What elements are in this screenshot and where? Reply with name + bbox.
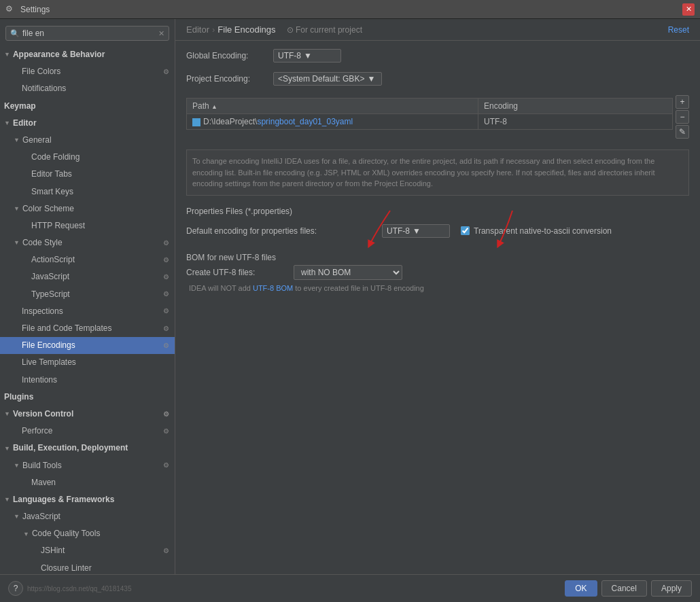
sidebar-item-file-encodings[interactable]: File Encodings⚙ [0,337,175,354]
sidebar-item-version-control[interactable]: Version Control⚙ [0,406,175,423]
properties-section-label: Properties Files (*.properties) [186,207,689,216]
search-input[interactable] [22,29,158,38]
ok-button[interactable]: OK [565,580,597,597]
expand-icon [14,204,20,213]
sidebar-item-build-exec-deploy[interactable]: Build, Execution, Deployment [0,440,175,457]
for-project-label: ⊙ For current project [287,25,362,35]
utf8-bom-select[interactable]: with NO BOM [294,265,402,280]
sidebar-item-label: File Colors [22,65,60,78]
properties-encoding-select[interactable]: UTF-8 ▼ [382,224,450,238]
expand-icon [14,512,20,521]
sidebar-item-label: Plugins [4,391,33,404]
sidebar-item-label: JSHint [41,544,65,557]
file-table-wrapper: Path Encoding D:\IdeaProject\springboot_… [186,95,689,139]
sidebar-item-perforce[interactable]: Perforce⚙ [0,423,175,440]
sidebar-item-label: HTTP Request [31,219,85,232]
properties-encoding-row: Default encoding for properties files: U… [186,224,689,238]
apply-button[interactable]: Apply [651,580,692,597]
sidebar-item-smart-keys[interactable]: Smart Keys [0,183,175,200]
clear-icon[interactable]: ✕ [158,29,164,38]
settings-dialog: 🔍 ✕ Appearance & BehaviorFile Colors⚙Not… [0,19,700,602]
cancel-button[interactable]: Cancel [601,580,647,597]
sidebar-item-label: Intentions [22,374,57,387]
search-box[interactable]: 🔍 ✕ [5,26,169,41]
sidebar-item-label: Editor [13,117,37,130]
sidebar-item-code-folding[interactable]: Code Folding [0,149,175,166]
sidebar-item-file-code-templates[interactable]: File and Code Templates⚙ [0,320,175,337]
sidebar-item-label: General [22,134,52,147]
edit-row-button[interactable]: ✎ [676,125,689,139]
bom-section-label: BOM for new UTF-8 files [186,253,689,262]
sidebar-badge: ⚙ [163,306,169,317]
sidebar-item-code-style[interactable]: Code Style⚙ [0,234,175,251]
expand-icon [14,461,20,470]
sidebar-item-file-colors[interactable]: File Colors⚙ [0,63,175,80]
sidebar-item-label: JavaScript [22,510,60,523]
sidebar-item-color-scheme[interactable]: Color Scheme [0,200,175,217]
sidebar-item-label: Build Tools [22,459,62,472]
close-button[interactable]: ✕ [682,3,695,16]
sidebar-item-typescript[interactable]: TypeScript⚙ [0,286,175,303]
sidebar-item-javascript[interactable]: JavaScript⚙ [0,268,175,285]
sidebar-item-label: Appearance & Behavior [13,48,105,61]
sidebar-item-maven[interactable]: Maven [0,474,175,491]
sidebar-badge: ⚙ [163,340,169,351]
search-icon: 🔍 [10,29,20,38]
global-encoding-select[interactable]: UTF-8 ▼ [273,49,341,63]
expand-icon [4,495,10,504]
sidebar-item-keymap[interactable]: Keymap [0,98,175,115]
sidebar-item-general[interactable]: General [0,132,175,149]
help-button[interactable]: ? [8,581,23,596]
sidebar-badge: ⚙ [163,546,169,556]
sidebar-badge: ⚙ [163,426,169,437]
project-encoding-select[interactable]: <System Default: GBK> ▼ [273,72,382,86]
sidebar-item-intentions[interactable]: Intentions [0,372,175,389]
sidebar-item-editor-tabs[interactable]: Editor Tabs [0,166,175,183]
sidebar-item-notifications[interactable]: Notifications [0,80,175,97]
remove-row-button[interactable]: − [676,110,689,124]
sidebar-item-inspections[interactable]: Inspections⚙ [0,303,175,320]
sidebar-item-code-quality-tools[interactable]: Code Quality Tools [0,525,175,542]
sidebar-item-javascript2[interactable]: JavaScript [0,508,175,525]
sidebar-item-actionscript[interactable]: ActionScript⚙ [0,251,175,268]
sidebar-item-plugins[interactable]: Plugins [0,389,175,406]
table-row[interactable]: D:\IdeaProject\springboot_day01_03yamlUT… [187,114,673,130]
sidebar-item-appearance[interactable]: Appearance & Behavior [0,46,175,63]
file-icon [192,118,200,126]
breadcrumb-current: File Encodings [217,24,275,35]
transparent-conversion-checkbox[interactable] [461,226,470,235]
content-header: Editor › File Encodings ⊙ For current pr… [175,19,700,41]
sidebar-badge: ⚙ [163,272,169,283]
file-table-body: D:\IdeaProject\springboot_day01_03yamlUT… [187,114,673,130]
default-encoding-label: Default encoding for properties files: [186,226,377,236]
project-encoding-label: Project Encoding: [186,74,268,84]
sidebar-item-http-request[interactable]: HTTP Request [0,217,175,234]
footer-link: https://blog.csdn.net/qq_40181435 [27,585,131,592]
utf8-bom-link[interactable]: UTF-8 BOM [253,284,293,292]
sidebar-item-languages-frameworks[interactable]: Languages & Frameworks [0,491,175,508]
sidebar-item-live-templates[interactable]: Live Templates [0,354,175,371]
bom-section: BOM for new UTF-8 files Create UTF-8 fil… [186,247,689,292]
sidebar-item-label: Maven [31,476,56,489]
table-actions: + − ✎ [676,95,689,139]
sidebar-item-label: File Encodings [22,339,75,352]
transparent-conversion-row: Transparent native-to-ascii conversion [461,226,612,236]
app-icon: ⚙ [5,4,16,15]
info-text: To change encoding IntelliJ IDEA uses fo… [186,149,689,196]
sidebar-item-closure-linter[interactable]: Closure Linter [0,560,175,574]
add-row-button[interactable]: + [676,95,689,109]
sidebar-item-editor[interactable]: Editor [0,115,175,132]
sidebar-badge: ⚙ [163,409,169,420]
content-body: Global Encoding: UTF-8 ▼ Project Encodin… [175,41,700,574]
expand-icon [23,529,29,539]
sidebar-item-build-tools[interactable]: Build Tools⚙ [0,457,175,474]
sidebar-item-label: Color Scheme [22,202,74,215]
sidebar-item-jshint[interactable]: JSHint⚙ [0,542,175,559]
encoding-column-header[interactable]: Encoding [478,99,673,114]
global-encoding-label: Global Encoding: [186,51,268,60]
sidebar-badge: ⚙ [163,67,169,77]
reset-button[interactable]: Reset [668,25,689,35]
sidebar-badge: ⚙ [163,460,169,471]
path-column-header[interactable]: Path [187,99,478,114]
expand-icon [4,409,10,419]
